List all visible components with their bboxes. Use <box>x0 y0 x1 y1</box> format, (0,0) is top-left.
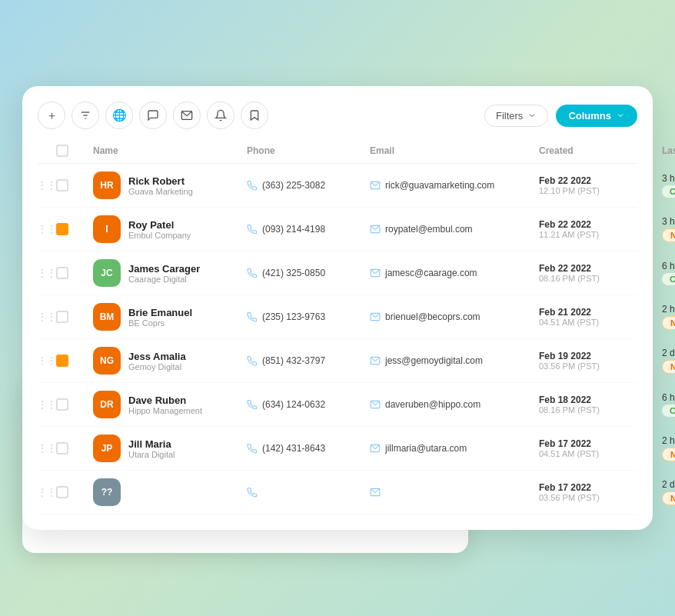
table-header: Name Phone Email Created Last Activity &… <box>38 142 637 164</box>
activity-time: 2 days ago <box>662 479 675 490</box>
tag-newlead[interactable]: New lead <box>662 491 675 505</box>
tags-row: Customer <box>662 184 675 198</box>
activity-time: 3 hours ago <box>662 216 675 227</box>
tags-row: Customer <box>662 403 675 417</box>
tag-newlead[interactable]: New lead <box>662 316 675 330</box>
created-date: Feb 19 2022 <box>539 351 662 361</box>
drag-handle: ⋮⋮ <box>38 268 56 278</box>
contact-company: Utara Digital <box>128 450 175 459</box>
columns-dropdown-button[interactable]: Columns <box>556 105 637 127</box>
email-cell <box>370 487 539 498</box>
created-time: 04.51 AM (PST) <box>539 449 662 458</box>
tag-customer[interactable]: Customer <box>662 273 675 285</box>
phone-number: (363) 225-3082 <box>262 180 325 191</box>
email-address: jillmaria@utara.com <box>385 443 467 454</box>
email-address: roypatel@embul.com <box>385 224 473 235</box>
filter-button[interactable] <box>71 102 99 129</box>
created-date: Feb 17 2022 <box>539 482 662 493</box>
phone-cell: (634) 124-0632 <box>247 399 370 410</box>
toolbar-left: ＋ 🌐 <box>38 102 268 129</box>
created-date: Feb 22 2022 <box>539 175 662 186</box>
phone-icon <box>247 443 258 454</box>
row-checkbox[interactable] <box>56 311 68 323</box>
email-address: jess@gemoydigital.com <box>385 355 483 366</box>
globe-button[interactable]: 🌐 <box>105 102 133 129</box>
phone-cell: (142) 431-8643 <box>247 443 370 454</box>
row-checkbox[interactable] <box>56 398 68 411</box>
filters-dropdown-button[interactable]: Filters <box>484 105 548 127</box>
bookmark-button[interactable] <box>241 102 268 129</box>
table-row[interactable]: ⋮⋮ NG Jess Amalia Gemoy Digital (851) 43… <box>38 339 637 383</box>
table-row[interactable]: ⋮⋮ HR Rick Robert Guava Marketing (363) … <box>38 164 637 208</box>
email-cell: rick@guavamarketing.com <box>370 180 539 191</box>
created-cell: Feb 22 2022 08.16 PM (PST) <box>539 263 662 283</box>
table-row[interactable]: ⋮⋮ ?? Feb 17 2022 03.56 PM (PST) 2 days … <box>38 471 637 514</box>
tags-row: New lead+1 ▾ <box>662 358 675 374</box>
phone-cell: (851) 432-3797 <box>247 355 370 366</box>
bell-button[interactable] <box>207 102 234 129</box>
avatar: I <box>93 215 121 243</box>
created-time: 03.56 PM (PST) <box>539 361 662 371</box>
created-cell: Feb 22 2022 11.21 AM (PST) <box>539 219 662 239</box>
contact-name: Roy Patel <box>128 219 191 231</box>
tag-newlead[interactable]: New lead <box>662 448 675 461</box>
created-cell: Feb 17 2022 04.51 AM (PST) <box>539 438 662 458</box>
chat-button[interactable] <box>139 102 167 129</box>
activity-time: 6 hours ago <box>662 261 675 271</box>
tags-row: New lead+1 ▾ <box>662 227 675 242</box>
created-date: Feb 22 2022 <box>539 219 662 230</box>
toolbar: ＋ 🌐 Filters <box>38 102 637 129</box>
table-row[interactable]: ⋮⋮ JP Jill Maria Utara Digital (142) 431… <box>38 427 637 471</box>
drag-handle: ⋮⋮ <box>38 399 56 410</box>
mail-button[interactable] <box>173 102 201 129</box>
contact-name: Dave Ruben <box>128 395 202 406</box>
tag-customer[interactable]: Customer <box>662 405 675 417</box>
created-cell: Feb 21 2022 04.51 AM (PST) <box>539 307 662 327</box>
email-cell: jess@gemoydigital.com <box>370 355 539 366</box>
email-address: daveruben@hippo.com <box>385 399 480 410</box>
row-checkbox[interactable] <box>56 223 68 235</box>
table-row[interactable]: ⋮⋮ DR Dave Ruben Hippo Management (634) … <box>38 383 637 427</box>
created-date: Feb 21 2022 <box>539 307 662 318</box>
activity-time: 6 hours ago <box>662 392 675 403</box>
row-checkbox[interactable] <box>56 442 68 455</box>
phone-icon <box>247 355 258 366</box>
table-row[interactable]: ⋮⋮ I Roy Patel Embul Company (093) 214-4… <box>38 208 637 251</box>
phone-icon <box>247 224 258 235</box>
created-cell: Feb 22 2022 12.10 PM (PST) <box>539 175 662 195</box>
row-checkbox[interactable] <box>56 179 68 191</box>
table-row[interactable]: ⋮⋮ JC James Carager Caarage Digital (421… <box>38 251 637 295</box>
row-checkbox[interactable] <box>56 355 68 367</box>
contact-info: HR Rick Robert Guava Marketing <box>93 171 247 199</box>
phone-number: (235) 123-9763 <box>262 311 325 322</box>
created-date: Feb 17 2022 <box>539 438 662 449</box>
drag-handle: ⋮⋮ <box>38 443 56 454</box>
avatar: BM <box>93 303 121 331</box>
select-all-checkbox[interactable] <box>56 145 68 157</box>
avatar: DR <box>93 391 121 418</box>
contact-company: Caarage Digital <box>128 275 200 284</box>
add-button[interactable]: ＋ <box>38 102 65 129</box>
phone-cell: (093) 214-4198 <box>247 224 370 235</box>
tag-newlead[interactable]: New lead <box>662 228 675 242</box>
email-icon <box>370 487 381 498</box>
row-checkbox[interactable] <box>56 486 68 498</box>
phone-number: (093) 214-4198 <box>262 224 325 235</box>
email-address: jamesc@caarage.com <box>385 268 477 278</box>
phone-number: (421) 325-0850 <box>262 268 325 278</box>
avatar: NG <box>93 347 121 375</box>
phone-cell <box>247 487 370 498</box>
contact-info: JC James Carager Caarage Digital <box>93 259 247 287</box>
tag-newlead[interactable]: New lead <box>662 360 675 374</box>
row-checkbox[interactable] <box>56 267 68 279</box>
phone-cell: (421) 325-0850 <box>247 268 370 278</box>
drag-handle: ⋮⋮ <box>38 224 56 235</box>
contacts-table: ⋮⋮ HR Rick Robert Guava Marketing (363) … <box>38 164 637 514</box>
activity-time: 2 hours ago <box>662 304 675 315</box>
created-cell: Feb 17 2022 03.56 PM (PST) <box>539 482 662 502</box>
phone-icon <box>247 180 258 191</box>
contact-name: James Carager <box>128 263 200 275</box>
tag-customer[interactable]: Customer <box>662 185 675 198</box>
created-time: 03.56 PM (PST) <box>539 493 662 502</box>
table-row[interactable]: ⋮⋮ BM Brie Emanuel BE Coprs (235) 123-97… <box>38 295 637 339</box>
